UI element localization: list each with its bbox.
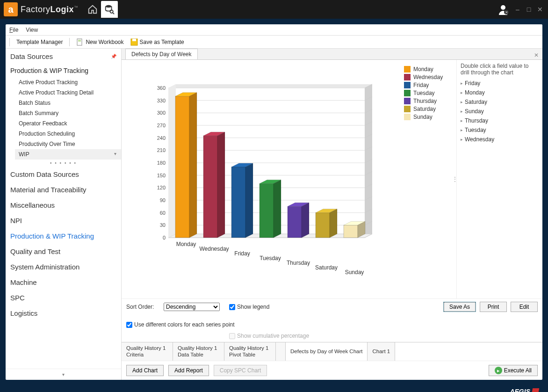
svg-rect-6	[77, 39, 82, 45]
sheet-tabs: Quality History 1 CriteriaQuality Histor…	[122, 342, 542, 361]
legend-label: Sunday	[413, 114, 433, 120]
drill-item[interactable]: Thursday	[461, 116, 539, 125]
legend-item[interactable]: Wednesday	[404, 74, 452, 80]
tab-defects-by-day[interactable]: Defects by Day of Week	[125, 49, 198, 59]
new-workbook-button[interactable]: New Workbook	[76, 38, 123, 46]
drill-item[interactable]: Sunday	[461, 107, 539, 116]
svg-text:330: 330	[157, 98, 166, 103]
workspace: File View Template Manager New Workbook …	[6, 24, 542, 380]
diff-colors-checkbox[interactable]: Use different colors for each series poi…	[126, 321, 285, 328]
legend-item[interactable]: Monday	[404, 66, 452, 73]
tree-item[interactable]: Active Product Tracking	[15, 77, 121, 87]
sidebar-category[interactable]: Production & WIP Tracking	[6, 228, 121, 244]
legend-swatch	[404, 66, 411, 73]
legend-item[interactable]: Sunday	[404, 114, 452, 120]
svg-text:0: 0	[163, 235, 166, 240]
sidebar-category[interactable]: System Administration	[6, 259, 121, 275]
menu-file[interactable]: File	[9, 27, 18, 33]
logo-icon: a	[4, 2, 18, 16]
add-report-button[interactable]: Add Report	[168, 365, 209, 376]
sheet-tab[interactable]: Defects by Day of Week Chart	[286, 342, 368, 361]
svg-rect-58	[203, 136, 217, 238]
drill-item[interactable]: Friday	[461, 79, 539, 88]
sidebar-category[interactable]: Machine	[6, 275, 121, 290]
drill-item[interactable]: Wednesday	[461, 135, 539, 144]
logo: a FactoryLogix™	[4, 2, 79, 16]
legend-swatch	[404, 82, 411, 88]
svg-point-0	[105, 5, 111, 8]
svg-rect-78	[344, 225, 358, 238]
menubar: File View	[6, 24, 542, 36]
sidebar-expand-handle[interactable]: • • • • • •	[6, 160, 121, 167]
sheet-tab[interactable]: Chart 1	[368, 342, 395, 361]
show-legend-checkbox[interactable]: Show legend	[229, 304, 285, 310]
template-manager-button[interactable]: Template Manager	[16, 39, 63, 45]
legend-swatch	[404, 98, 411, 104]
add-chart-button[interactable]: Add Chart	[126, 365, 164, 376]
tree-item[interactable]: WIP	[15, 149, 121, 160]
pin-icon[interactable]: 📌	[111, 54, 116, 59]
svg-text:300: 300	[157, 110, 166, 116]
legend-label: Monday	[413, 66, 433, 73]
legend-item[interactable]: Thursday	[404, 98, 452, 104]
drill-item[interactable]: Saturday	[461, 97, 539, 107]
svg-marker-60	[217, 132, 225, 238]
legend-label: Saturday	[413, 106, 436, 112]
svg-rect-74	[316, 213, 330, 238]
database-search-icon[interactable]	[101, 1, 118, 18]
svg-text:270: 270	[157, 123, 166, 128]
svg-marker-68	[274, 180, 281, 238]
sidebar-category[interactable]: SPC	[6, 290, 121, 305]
sort-order-select[interactable]: Descending	[164, 303, 220, 311]
legend-item[interactable]: Friday	[404, 82, 452, 88]
legend-label: Wednesday	[413, 74, 443, 80]
drill-item[interactable]: Tuesday	[461, 125, 539, 135]
sidebar-category[interactable]: NPI	[6, 213, 121, 228]
drill-item[interactable]: Monday	[461, 88, 539, 97]
legend-item[interactable]: Saturday	[404, 106, 452, 112]
play-icon: ▸	[495, 367, 502, 374]
sidebar-scroll-down-icon[interactable]: ▾	[6, 369, 121, 380]
legend-item[interactable]: Tuesday	[404, 90, 452, 96]
svg-text:Tuesday: Tuesday	[260, 255, 281, 261]
sidebar-category[interactable]: Material and Traceability	[6, 182, 121, 197]
svg-rect-54	[175, 96, 189, 238]
tree-item[interactable]: Productivity Over Time	[15, 139, 121, 149]
chart-legend: MondayWednesdayFridayTuesdayThursdaySatu…	[402, 60, 454, 298]
svg-text:Monday: Monday	[176, 241, 196, 247]
svg-text:360: 360	[157, 85, 166, 91]
tree-item[interactable]: Batch Status	[15, 98, 121, 108]
svg-line-2	[113, 13, 114, 14]
sheet-tab[interactable]: Quality History 1 Criteria	[122, 342, 173, 361]
tree-item[interactable]: Production Scheduling	[15, 129, 121, 139]
save-as-button[interactable]: Save As	[443, 302, 476, 312]
svg-marker-11	[168, 84, 372, 88]
save-as-template-button[interactable]: Save as Template	[130, 38, 184, 46]
svg-text:Friday: Friday	[234, 250, 250, 257]
user-icon[interactable]: ✕	[498, 4, 509, 15]
edit-button[interactable]: Edit	[511, 302, 538, 312]
sidebar-category[interactable]: Logistics	[6, 305, 121, 321]
logo-text: FactoryLogix™	[21, 5, 79, 15]
chart-canvas[interactable]: 0306090120150180210240270300330360Monday…	[122, 60, 402, 298]
tree-item[interactable]: Batch Summary	[15, 108, 121, 118]
close-icon[interactable]: ✕	[536, 6, 544, 13]
maximize-icon[interactable]: □	[525, 6, 533, 13]
menu-view[interactable]: View	[26, 27, 38, 33]
execute-all-button[interactable]: ▸ Execute All	[489, 365, 538, 376]
tab-close-icon[interactable]: ✕	[530, 51, 542, 59]
tree-item[interactable]: Operator Feedback	[15, 118, 121, 129]
minimize-icon[interactable]: –	[513, 6, 522, 13]
svg-text:60: 60	[160, 210, 166, 216]
sidebar-category[interactable]: Quality and Test	[6, 244, 121, 259]
sidebar-category[interactable]: Custom Data Sources	[6, 167, 121, 182]
home-icon[interactable]	[84, 1, 101, 18]
sheet-tab[interactable]: Quality History 1 Data Table	[173, 342, 224, 361]
svg-text:150: 150	[157, 173, 166, 178]
sheet-tab[interactable]: Quality History 1 Pivot Table	[224, 342, 276, 361]
tree-item[interactable]: Active Product Tracking Detail	[15, 87, 121, 98]
sidebar-expanded-section[interactable]: Production & WIP Tracking	[6, 64, 121, 77]
window-controls: – □ ✕	[513, 6, 544, 13]
print-button[interactable]: Print	[480, 302, 507, 312]
sidebar-category[interactable]: Miscellaneous	[6, 197, 121, 213]
